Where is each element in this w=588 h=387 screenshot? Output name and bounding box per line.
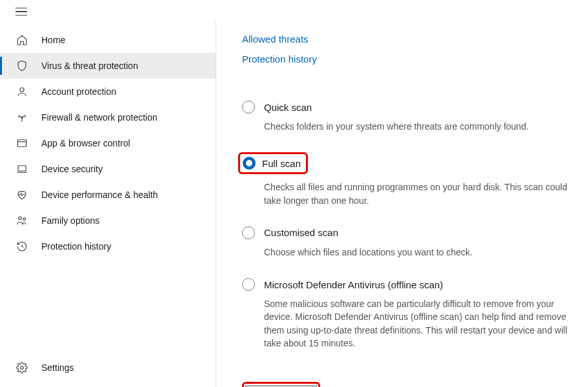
sidebar-item-home[interactable]: Home: [0, 27, 216, 53]
option-desc: Some malicious software can be particula…: [264, 297, 567, 350]
radio-row-quick-scan[interactable]: Quick scan: [242, 101, 569, 114]
sidebar-item-device-performance[interactable]: Device performance & health: [0, 182, 216, 208]
svg-rect-2: [17, 140, 26, 147]
highlight-red-box: Scan now: [242, 382, 320, 387]
option-label: Customised scan: [264, 227, 338, 238]
option-quick-scan: Quick scan Checks folders in your system…: [242, 101, 569, 133]
scan-options: Quick scan Checks folders in your system…: [242, 101, 569, 350]
shield-icon: [15, 60, 28, 72]
home-icon: [15, 34, 28, 46]
option-offline-scan: Microsoft Defender Antivirus (offline sc…: [242, 278, 569, 350]
radio-icon: [242, 226, 255, 239]
person-icon: [15, 86, 28, 97]
history-icon: [15, 241, 28, 252]
link-allowed-threats[interactable]: Allowed threats: [242, 34, 569, 45]
hamburger-menu-icon[interactable]: [15, 3, 34, 21]
family-icon: [15, 215, 28, 226]
sidebar-item-app-browser[interactable]: App & browser control: [0, 130, 216, 156]
option-customised-scan: Customised scan Choose which files and l…: [242, 226, 569, 259]
option-label: Quick scan: [264, 102, 312, 113]
antenna-icon: [15, 112, 28, 123]
sidebar: Home Virus & threat protection Account p…: [0, 21, 216, 387]
sidebar-item-label: Settings: [41, 362, 74, 373]
sidebar-item-settings[interactable]: Settings: [0, 355, 216, 381]
svg-point-0: [20, 88, 24, 92]
sidebar-item-virus-threat[interactable]: Virus & threat protection: [0, 53, 216, 79]
radio-row-customised-scan[interactable]: Customised scan: [242, 226, 569, 239]
option-label: Microsoft Defender Antivirus (offline sc…: [264, 279, 443, 290]
radio-row-offline-scan[interactable]: Microsoft Defender Antivirus (offline sc…: [242, 278, 569, 291]
sidebar-item-label: App & browser control: [41, 138, 130, 148]
option-desc: Checks all files and running programmes …: [264, 181, 567, 207]
radio-row-full-scan[interactable]: Full scan: [243, 157, 301, 170]
option-desc: Choose which files and locations you wan…: [264, 246, 567, 259]
nav: Home Virus & threat protection Account p…: [0, 27, 216, 355]
sidebar-item-label: Device performance & health: [41, 190, 158, 200]
sidebar-item-firewall[interactable]: Firewall & network protection: [0, 104, 216, 130]
sidebar-item-protection-history[interactable]: Protection history: [0, 233, 216, 259]
sidebar-item-device-security[interactable]: Device security: [0, 156, 216, 182]
svg-point-5: [23, 218, 26, 221]
svg-point-4: [19, 217, 22, 220]
sidebar-item-label: Protection history: [41, 241, 111, 252]
radio-icon: [243, 157, 256, 170]
sidebar-item-label: Virus & threat protection: [41, 61, 138, 71]
link-protection-history[interactable]: Protection history: [242, 54, 569, 64]
gear-icon: [15, 362, 28, 373]
option-full-scan: Full scan Checks all files and running p…: [242, 152, 569, 207]
svg-rect-3: [18, 166, 26, 171]
sidebar-item-family[interactable]: Family options: [0, 208, 216, 233]
radio-icon: [242, 278, 255, 291]
sidebar-item-label: Firewall & network protection: [41, 112, 157, 123]
svg-point-6: [21, 366, 24, 370]
option-label: Full scan: [262, 158, 301, 169]
radio-icon: [242, 101, 255, 114]
main-content: Allowed threats Protection history Quick…: [216, 21, 588, 387]
sidebar-item-label: Account protection: [41, 86, 116, 97]
sidebar-item-label: Family options: [41, 215, 99, 226]
laptop-icon: [15, 163, 28, 175]
highlight-red-box: Full scan: [238, 152, 308, 174]
sidebar-item-label: Device security: [41, 164, 103, 174]
window-icon: [15, 137, 28, 149]
sidebar-item-label: Home: [41, 35, 65, 45]
sidebar-item-account[interactable]: Account protection: [0, 79, 216, 104]
heart-pulse-icon: [15, 189, 28, 201]
option-desc: Checks folders in your system where thre…: [264, 120, 567, 133]
